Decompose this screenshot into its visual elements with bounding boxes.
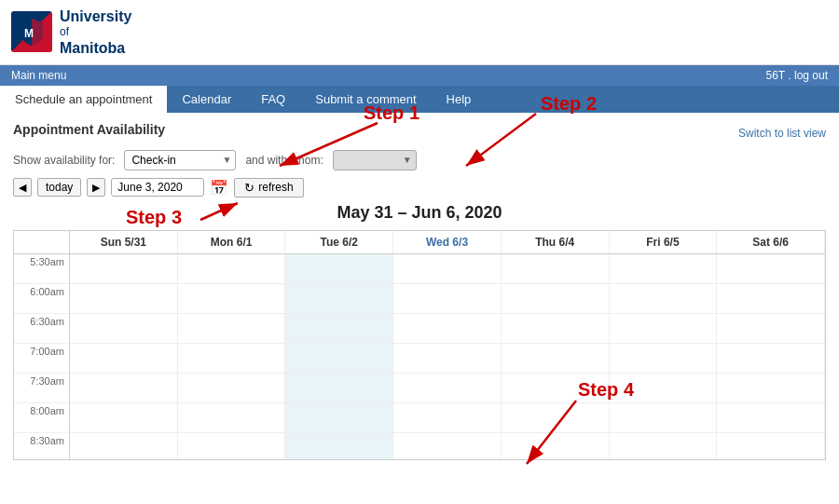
calendar: Sun 5/31 Mon 6/1 Tue 6/2 Wed 6/3 Thu 6/4… xyxy=(13,230,826,460)
cell-mon-730[interactable] xyxy=(178,374,286,403)
prev-date-button[interactable]: ◀ xyxy=(13,178,32,197)
cell-tue-530[interactable] xyxy=(285,254,393,284)
cell-tue-730[interactable] xyxy=(285,374,393,403)
cell-sun-630[interactable] xyxy=(70,314,178,344)
sat-header: Sat 6/6 xyxy=(717,231,825,254)
cell-tue-700[interactable] xyxy=(285,344,393,374)
cell-tue-800[interactable] xyxy=(285,403,393,433)
fri-header: Fri 6/5 xyxy=(610,231,718,254)
cell-tue-830[interactable] xyxy=(285,433,393,459)
cell-thu-630[interactable] xyxy=(502,314,610,344)
cell-sat-730[interactable] xyxy=(717,374,825,403)
page-wrapper: M University of Manitoba Main menu 56T .… xyxy=(0,0,839,504)
cell-sat-830[interactable] xyxy=(717,433,825,459)
time-label-630am: 6:30am xyxy=(14,314,70,344)
cell-mon-630[interactable] xyxy=(178,314,286,344)
cell-fri-600[interactable] xyxy=(610,284,718,314)
cell-sat-630[interactable] xyxy=(717,314,825,344)
mon-header: Mon 6/1 xyxy=(178,231,286,254)
date-nav-row: ◀ today ▶ 📅 ↻ refresh xyxy=(13,178,826,198)
switch-to-list-link[interactable]: Switch to list view xyxy=(738,127,826,140)
date-input[interactable] xyxy=(111,178,204,197)
tab-faq[interactable]: FAQ xyxy=(246,86,300,113)
thu-header: Thu 6/4 xyxy=(502,231,610,254)
tab-submit-comment[interactable]: Submit a comment xyxy=(300,86,431,113)
week-title: May 31 – Jun 6, 2020 xyxy=(13,203,826,223)
sun-header: Sun 5/31 xyxy=(70,231,178,254)
logo-text: University of Manitoba xyxy=(60,7,131,57)
time-row-630am: 6:30am xyxy=(14,314,825,344)
cell-wed-830[interactable] xyxy=(393,433,502,459)
and-with-whom-label: and with whom: xyxy=(245,154,323,167)
today-button[interactable]: today xyxy=(37,178,81,197)
logo-area: M University of Manitoba xyxy=(11,7,131,57)
refresh-button[interactable]: ↻ refresh xyxy=(234,178,303,198)
calendar-icon[interactable]: 📅 xyxy=(210,179,228,197)
logo-shield: M xyxy=(11,11,52,52)
section-title: Appointment Availability xyxy=(13,122,165,137)
cell-sun-530[interactable] xyxy=(70,254,178,284)
cell-fri-630[interactable] xyxy=(610,314,718,344)
time-header-cell xyxy=(14,231,70,254)
refresh-icon: ↻ xyxy=(244,181,254,195)
cell-sun-830[interactable] xyxy=(70,433,178,459)
cell-mon-530[interactable] xyxy=(178,254,286,284)
time-row-600am: 6:00am xyxy=(14,284,825,314)
cell-fri-530[interactable] xyxy=(610,254,718,284)
cell-fri-800[interactable] xyxy=(610,403,718,433)
tab-help[interactable]: Help xyxy=(432,86,487,113)
cell-wed-530[interactable] xyxy=(393,254,502,284)
tab-calendar[interactable]: Calendar xyxy=(167,86,246,113)
cell-mon-600[interactable] xyxy=(178,284,286,314)
main-menu-link[interactable]: Main menu xyxy=(11,69,66,82)
cell-wed-730[interactable] xyxy=(393,374,502,403)
header: M University of Manitoba xyxy=(0,0,839,65)
cell-mon-830[interactable] xyxy=(178,433,286,459)
whom-select-wrap: ▼ xyxy=(333,150,417,170)
cell-wed-700[interactable] xyxy=(393,344,502,374)
time-row-730am: 7:30am xyxy=(14,374,825,403)
next-date-button[interactable]: ▶ xyxy=(87,178,105,197)
cell-mon-800[interactable] xyxy=(178,403,286,433)
cell-thu-700[interactable] xyxy=(502,344,610,374)
cell-sat-600[interactable] xyxy=(717,284,825,314)
cell-sat-700[interactable] xyxy=(717,344,825,374)
time-label-800am: 8:00am xyxy=(14,403,70,433)
cell-sat-800[interactable] xyxy=(717,403,825,433)
cell-wed-800[interactable] xyxy=(393,403,502,433)
time-row-800am: 8:00am xyxy=(14,403,825,433)
cell-sun-600[interactable] xyxy=(70,284,178,314)
calendar-body: 5:30am 6:00am xyxy=(14,254,825,459)
cell-sun-800[interactable] xyxy=(70,403,178,433)
cell-tue-600[interactable] xyxy=(285,284,393,314)
availability-select[interactable]: Check-in xyxy=(124,150,236,170)
show-availability-label: Show availability for: xyxy=(13,154,115,167)
content-area: Appointment Availability Switch to list … xyxy=(0,113,839,470)
cell-mon-700[interactable] xyxy=(178,344,286,374)
cell-tue-630[interactable] xyxy=(285,314,393,344)
time-label-700am: 7:00am xyxy=(14,344,70,374)
cell-fri-730[interactable] xyxy=(610,374,718,403)
time-row-530am: 5:30am xyxy=(14,254,825,284)
cell-thu-830[interactable] xyxy=(502,433,610,459)
controls-row: Show availability for: Check-in ▼ and wi… xyxy=(13,150,826,170)
cell-fri-700[interactable] xyxy=(610,344,718,374)
cell-thu-800[interactable] xyxy=(502,403,610,433)
cell-sun-730[interactable] xyxy=(70,374,178,403)
time-label-530am: 5:30am xyxy=(14,254,70,284)
cell-thu-530[interactable] xyxy=(502,254,610,284)
cell-fri-830[interactable] xyxy=(610,433,718,459)
cell-sat-530[interactable] xyxy=(717,254,825,284)
user-info: 56T . log out xyxy=(766,69,829,82)
time-row-700am: 7:00am xyxy=(14,344,825,374)
tab-schedule[interactable]: Schedule an appointment xyxy=(0,86,167,113)
cell-wed-600[interactable] xyxy=(393,284,502,314)
whom-select[interactable] xyxy=(333,150,417,170)
cell-wed-630[interactable] xyxy=(393,314,502,344)
time-label-600am: 6:00am xyxy=(14,284,70,314)
cell-thu-600[interactable] xyxy=(502,284,610,314)
tue-header: Tue 6/2 xyxy=(285,231,393,254)
top-nav-bar: Main menu 56T . log out xyxy=(0,65,839,86)
cell-sun-700[interactable] xyxy=(70,344,178,374)
cell-thu-730[interactable] xyxy=(502,374,610,403)
